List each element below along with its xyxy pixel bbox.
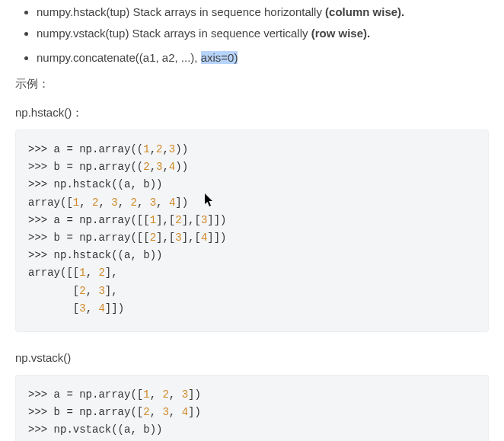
t: ],[	[156, 214, 175, 226]
t: array([[	[28, 267, 79, 279]
t: ],	[105, 267, 118, 279]
bullet-list-2: numpy.concatenate((a1, a2, ...), axis=0)	[15, 49, 489, 67]
num: 1	[73, 197, 79, 209]
t: ]])	[207, 214, 226, 226]
code-line: >>> a = np.array((	[28, 143, 143, 155]
t: ,	[150, 143, 156, 155]
t: ,	[137, 197, 150, 209]
vstack-label: np.vstack()	[15, 349, 489, 367]
num: 3	[111, 197, 117, 209]
t: ],[	[182, 214, 201, 226]
t: [	[28, 285, 79, 297]
code-line: >>> np.vstack((a, b))	[28, 423, 162, 436]
document-page: numpy.hstack(tup) Stack arrays in sequen…	[0, 3, 504, 441]
bullet-hstack-bold: (column wise).	[325, 5, 404, 18]
num: 2	[130, 197, 136, 209]
code-line: >>> np.hstack((a, b))	[28, 249, 162, 261]
t: ,	[162, 161, 168, 173]
num: 3	[98, 285, 104, 297]
num: 3	[169, 143, 175, 155]
num: 3	[162, 406, 168, 418]
t: ])	[188, 406, 201, 418]
code-line: >>> np.hstack((a, b))	[28, 178, 162, 190]
t: ,	[169, 406, 182, 418]
num: 3	[150, 197, 156, 209]
code-block-hstack: >>> a = np.array((1,2,3)) >>> b = np.arr…	[15, 129, 489, 332]
example-label: 示例：	[15, 75, 489, 93]
num: 2	[150, 232, 156, 244]
bullet-hstack-text: numpy.hstack(tup) Stack arrays in sequen…	[37, 5, 325, 18]
t: ,	[162, 143, 168, 155]
t: ,	[79, 197, 92, 209]
t: ,	[86, 302, 99, 315]
bullet-list-1: numpy.hstack(tup) Stack arrays in sequen…	[15, 3, 489, 43]
num: 4	[169, 161, 175, 173]
t: ])	[175, 197, 188, 209]
code-line: >>> b = np.array((	[28, 161, 143, 173]
hstack-label: np.hstack()：	[15, 104, 489, 122]
num: 1	[143, 143, 149, 155]
num: 2	[175, 214, 181, 226]
num: 2	[143, 161, 149, 173]
t: ,	[86, 267, 99, 279]
t: ],	[105, 285, 118, 297]
t: ])	[188, 388, 201, 401]
num: 3	[182, 388, 188, 401]
code-line: >>> a = np.array([[	[28, 214, 150, 226]
code-line: >>> b = np.array([	[28, 406, 143, 418]
bullet-hstack: numpy.hstack(tup) Stack arrays in sequen…	[37, 3, 489, 21]
t: [	[28, 302, 79, 315]
t: ]])	[207, 232, 226, 244]
t: ,	[86, 285, 99, 297]
num: 1	[79, 267, 85, 279]
t: ],[	[156, 232, 175, 244]
num: 2	[79, 285, 85, 297]
t: array([	[28, 197, 73, 209]
t: ]])	[105, 302, 124, 315]
t: ,	[169, 388, 182, 401]
bullet-vstack-bold: (row wise).	[311, 27, 371, 40]
num: 2	[143, 406, 149, 418]
t: ,	[98, 197, 111, 209]
t: ,	[150, 406, 163, 418]
t: ,	[150, 161, 156, 173]
t: ],[	[182, 232, 201, 244]
num: 2	[162, 388, 168, 401]
bullet-vstack: numpy.vstack(tup) Stack arrays in sequen…	[37, 24, 489, 43]
t: ,	[118, 197, 131, 209]
t: ,	[156, 197, 169, 209]
num: 4	[98, 302, 104, 315]
bullet-vstack-text: numpy.vstack(tup) Stack arrays in sequen…	[37, 27, 311, 40]
t: ))	[175, 143, 188, 155]
t: ))	[175, 161, 188, 173]
highlight-axis0: axis=0)	[201, 51, 238, 64]
bullet-concatenate: numpy.concatenate((a1, a2, ...), axis=0)	[37, 49, 489, 67]
num: 1	[143, 388, 149, 401]
bullet-concat-text: numpy.concatenate((a1, a2, ...),	[37, 51, 201, 64]
code-line: >>> b = np.array([[	[28, 232, 150, 244]
code-line: >>> a = np.array([	[28, 388, 143, 401]
num: 4	[182, 406, 188, 418]
num: 3	[175, 232, 181, 244]
num: 3	[79, 302, 85, 315]
t: ,	[150, 388, 163, 401]
code-block-vstack: >>> a = np.array([1, 2, 3]) >>> b = np.a…	[15, 375, 489, 441]
num: 1	[150, 214, 156, 226]
num: 2	[98, 267, 104, 279]
